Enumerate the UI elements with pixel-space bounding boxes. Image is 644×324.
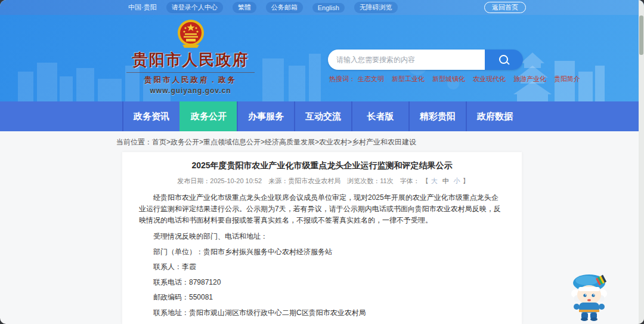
nav-item-政府数据[interactable]: 政府数据: [466, 101, 523, 131]
topbar-link[interactable]: 繁體: [233, 2, 256, 13]
hot-search-term[interactable]: 新型工业化: [392, 75, 425, 82]
national-emblem-icon: [177, 18, 205, 50]
contact-info: 部门（单位）：贵阳市乡村振兴服务中心农村经济服务站联系人：李霞联系电话：8798…: [139, 246, 505, 319]
nav-item-精彩贵阳[interactable]: 精彩贵阳: [408, 101, 466, 131]
topbar-links: 中国·贵阳请登录个人中心繁體公务邮箱English无障碍浏览: [128, 2, 407, 13]
topbar-link[interactable]: 公务邮箱: [266, 2, 303, 13]
hot-search-term[interactable]: 生态文明: [358, 75, 384, 82]
site-url: www.guiyang.gov.cn: [126, 87, 255, 95]
site-title: 贵阳市人民政府: [126, 50, 255, 70]
browser-page: 中国·贵阳请登录个人中心繁體公务邮箱English无障碍浏览 返回首页: [0, 0, 644, 324]
article-meta: 发布日期：2025-10-20 10:52 来源：贵阳市农业农村局 浏览次数：1…: [139, 177, 505, 186]
return-home-button[interactable]: 返回首页: [484, 2, 526, 13]
search-button[interactable]: [485, 50, 523, 70]
mascot-character[interactable]: [569, 270, 611, 322]
scrollbar-thumb[interactable]: [639, 16, 643, 55]
hot-search-term[interactable]: 旅游产业化: [513, 75, 546, 82]
contact-heading: 受理情况反映的部门、电话和地址：: [139, 231, 505, 242]
hot-search-label: 热搜词：: [329, 75, 355, 82]
font-size-option[interactable]: 小: [454, 177, 460, 184]
article-source: 来源：贵阳市农业农村局: [268, 177, 340, 184]
article-paragraph: 经贵阳市农业产业化市级重点龙头企业联席会议成员单位审定，现对2025年开展的农业…: [139, 192, 505, 226]
main-nav: 政务资讯政务公开办事服务互动交流长者版精彩贵阳政府数据: [0, 101, 644, 131]
nav-item-互动交流[interactable]: 互动交流: [294, 101, 351, 131]
hot-search-term[interactable]: 贵阳简介: [554, 75, 580, 82]
breadcrumb-label: 当前位置：: [116, 138, 152, 146]
scrollbar-track[interactable]: [639, 0, 644, 324]
nav-item-政务公开[interactable]: 政务公开: [179, 101, 237, 131]
search-bar: [328, 50, 523, 70]
search-icon: [499, 55, 508, 64]
nav-item-长者版[interactable]: 长者版: [351, 101, 408, 131]
bracket: 】: [463, 177, 469, 184]
contact-line: 联系人：李霞: [139, 261, 505, 273]
hot-search-row: 热搜词：生态文明新型工业化新型城镇化农业现代化旅游产业化贵阳简介: [329, 75, 588, 84]
contact-line: 联系地址：贵阳市观山湖区市级行政中心二期C区贵阳市农业农村局: [139, 307, 505, 319]
article-card: 2025年度贵阳市农业产业化市级重点龙头企业运行监测和评定结果公示 发布日期：2…: [122, 152, 522, 324]
font-size-label: 字体：: [400, 177, 420, 184]
hot-search-term[interactable]: 农业现代化: [473, 75, 506, 82]
contact-line: 邮政编码：550081: [139, 292, 505, 303]
search-input[interactable]: [328, 50, 485, 70]
publish-date: 发布日期：2025-10-20 10:52: [177, 177, 262, 184]
topbar-link[interactable]: 中国·贵阳: [128, 3, 157, 12]
topbar-link[interactable]: 请登录个人中心: [166, 2, 223, 13]
topbar-link[interactable]: 无障碍浏览: [354, 2, 398, 13]
article-title: 2025年度贵阳市农业产业化市级重点龙头企业运行监测和评定结果公示: [139, 161, 505, 171]
contact-line: 联系电话：87987120: [139, 277, 505, 288]
breadcrumb: 当前位置：首页>政务公开>重点领域信息公开>经济高质量发展>农业农村>乡村产业和…: [0, 131, 644, 152]
contact-line: 部门（单位）：贵阳市乡村振兴服务中心农村经济服务站: [139, 246, 505, 258]
top-utility-bar: 中国·贵阳请登录个人中心繁體公务邮箱English无障碍浏览 返回首页: [0, 0, 644, 15]
bracket: 【: [422, 177, 429, 184]
view-count: 浏览次数：11次: [347, 177, 393, 184]
breadcrumb-path[interactable]: 首页>政务公开>重点领域信息公开>经济高质量发展>农业农村>乡村产业和农田建设: [152, 138, 416, 146]
hot-search-term[interactable]: 新型城镇化: [432, 75, 465, 82]
site-subtitle: 贵阳市人民政府．政务: [126, 72, 255, 85]
site-header-banner: 贵阳市人民政府 贵阳市人民政府．政务 www.guiyang.gov.cn 热搜…: [0, 15, 644, 101]
nav-item-政务资讯[interactable]: 政务资讯: [122, 101, 179, 131]
nav-item-办事服务[interactable]: 办事服务: [237, 101, 294, 131]
site-logo[interactable]: 贵阳市人民政府 贵阳市人民政府．政务 www.guiyang.gov.cn: [126, 18, 255, 95]
topbar-link[interactable]: English: [312, 3, 345, 13]
font-size-option[interactable]: 大: [431, 177, 438, 184]
font-size-option[interactable]: 中: [442, 177, 449, 184]
